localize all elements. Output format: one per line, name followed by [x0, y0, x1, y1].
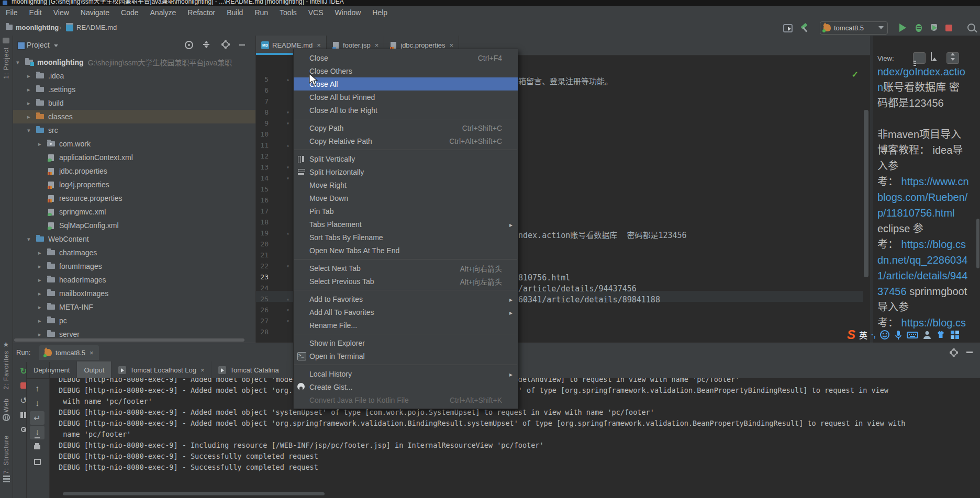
- menu-bar-item[interactable]: Edit: [24, 6, 48, 20]
- menu-item[interactable]: Close All: [294, 77, 518, 90]
- menu-item[interactable]: Open in Terminal: [294, 349, 518, 363]
- breadcrumb-project[interactable]: moonlighting: [16, 24, 59, 31]
- hyperlink[interactable]: dn.net/qq_2286034: [877, 254, 967, 266]
- tree-chevron-icon[interactable]: [38, 141, 47, 148]
- menu-item[interactable]: Close All but Pinned: [294, 90, 518, 104]
- ime-skin-icon[interactable]: [936, 330, 946, 339]
- sogou-logo-icon[interactable]: S: [847, 328, 855, 342]
- tree-item[interactable]: src: [13, 123, 255, 137]
- tree-horizontal-scrollbar[interactable]: [14, 338, 244, 342]
- tree-chevron-icon[interactable]: [38, 304, 47, 311]
- menu-item[interactable]: Split Vertically: [294, 152, 518, 165]
- tree-chevron-icon[interactable]: [27, 114, 36, 120]
- auto-scroll-preview-icon[interactable]: [946, 52, 959, 64]
- close-tab-icon[interactable]: ×: [375, 41, 379, 49]
- up-stack-icon[interactable]: ↑: [30, 382, 44, 395]
- tree-item[interactable]: springmvc.xml: [13, 205, 255, 219]
- tree-item[interactable]: mailboxImages: [13, 287, 255, 300]
- tree-item[interactable]: build: [13, 96, 255, 110]
- stripe-item[interactable]: 2: Favorites: [3, 342, 10, 391]
- tree-chevron-icon[interactable]: [38, 290, 47, 297]
- hyperlink[interactable]: 37456: [877, 286, 907, 297]
- ime-profile-icon[interactable]: [922, 330, 932, 340]
- menu-bar-item[interactable]: Analyze: [144, 6, 182, 20]
- menu-bar-item[interactable]: Run: [249, 6, 274, 20]
- menu-bar-item[interactable]: View: [48, 6, 75, 20]
- hyperlink[interactable]: blogs.com/Rueben/: [877, 191, 967, 203]
- run-config-select[interactable]: tomcat8.5: [820, 21, 888, 35]
- breadcrumb-file[interactable]: README.md: [76, 24, 117, 31]
- menu-bar-item[interactable]: Help: [366, 6, 393, 20]
- menu-item[interactable]: Rename File...: [294, 319, 518, 332]
- tree-item[interactable]: SqlMapConfig.xml: [13, 219, 255, 232]
- editor-and-preview-icon[interactable]: [913, 52, 926, 64]
- menu-item[interactable]: Close Others: [294, 64, 518, 77]
- menu-item[interactable]: Split Horizontally: [294, 165, 518, 178]
- stripe-item-project[interactable]: 1: Project: [3, 47, 10, 79]
- stop-button[interactable]: [945, 25, 952, 31]
- hyperlink[interactable]: https://www.cn: [901, 176, 969, 187]
- menu-item[interactable]: Open New Tabs At The End: [294, 244, 518, 257]
- menu-item[interactable]: Show in Explorer: [294, 336, 518, 349]
- stripe-item[interactable]: 7: Structure: [3, 434, 10, 482]
- collapse-all-icon[interactable]: [203, 41, 210, 48]
- gear-icon[interactable]: [222, 41, 229, 48]
- tree-item[interactable]: com.work: [13, 137, 255, 151]
- coverage-button[interactable]: [931, 24, 937, 31]
- inspections-ok-icon[interactable]: ✓: [852, 70, 859, 80]
- editor-vertical-scrollbar[interactable]: [864, 110, 868, 277]
- tree-chevron-icon[interactable]: [38, 250, 47, 256]
- tree-chevron-icon[interactable]: [38, 331, 47, 338]
- tree-item[interactable]: chatImages: [13, 246, 255, 259]
- ime-emoji-icon[interactable]: [879, 330, 890, 340]
- hyperlink[interactable]: n: [877, 82, 883, 93]
- ime-toolbox-icon[interactable]: [950, 330, 960, 339]
- tree-item[interactable]: log4j.properties: [13, 178, 255, 191]
- restore-layout-icon[interactable]: [783, 24, 793, 32]
- menu-item[interactable]: Sort Tabs By Filename: [294, 231, 518, 244]
- menu-bar-item[interactable]: File: [0, 6, 24, 20]
- tree-chevron-icon[interactable]: [38, 277, 47, 284]
- menu-bar-item[interactable]: VCS: [303, 6, 329, 20]
- close-session-icon[interactable]: ×: [90, 349, 94, 357]
- tree-item[interactable]: WebContent: [13, 232, 255, 246]
- menu-bar-item[interactable]: Refactor: [182, 6, 221, 20]
- clear-console-icon[interactable]: [30, 455, 44, 469]
- menu-item[interactable]: Move Down: [294, 191, 518, 205]
- tree-chevron-icon[interactable]: [27, 127, 36, 134]
- tree-item[interactable]: applicationContext.xml: [13, 151, 255, 164]
- menu-bar-item[interactable]: Window: [329, 6, 367, 20]
- menu-bar-item[interactable]: Tools: [274, 6, 303, 20]
- menu-bar-item[interactable]: Code: [115, 6, 144, 20]
- menu-item[interactable]: Pin Tab: [294, 205, 518, 218]
- hide-panel-icon[interactable]: [966, 352, 973, 353]
- menu-item[interactable]: [294, 150, 517, 150]
- menu-item[interactable]: Add All To Favorites: [294, 305, 518, 319]
- print-icon[interactable]: [30, 440, 44, 454]
- stripe-item[interactable]: Web: [3, 397, 10, 421]
- editor-only-icon[interactable]: [898, 52, 910, 63]
- menu-bar-item[interactable]: Navigate: [75, 6, 115, 20]
- menu-item[interactable]: Create Gist...: [294, 380, 518, 393]
- run-session-tab[interactable]: tomcat8.5 ×: [39, 345, 99, 360]
- menu-item[interactable]: [294, 365, 517, 365]
- tree-item[interactable]: classes: [13, 110, 255, 123]
- close-tab-icon[interactable]: ×: [317, 41, 321, 49]
- soft-wrap-icon[interactable]: ↵: [30, 411, 44, 425]
- tree-item[interactable]: headerImages: [13, 273, 255, 287]
- hyperlink[interactable]: 1/article/details/944: [877, 270, 967, 281]
- menu-item[interactable]: [294, 334, 517, 334]
- tree-item[interactable]: .idea: [13, 69, 255, 83]
- tree-item[interactable]: .settings: [13, 83, 255, 96]
- menu-item[interactable]: Close Ctrl+F4: [294, 51, 518, 64]
- tree-item[interactable]: jdbc.properties: [13, 164, 255, 178]
- tree-chevron-icon[interactable]: [38, 263, 47, 270]
- ime-mic-icon[interactable]: [894, 330, 903, 340]
- preview-scrollbar[interactable]: [976, 219, 979, 268]
- tree-item[interactable]: META-INF: [13, 300, 255, 314]
- tree-chevron-icon[interactable]: [38, 318, 47, 324]
- tree-chevron-icon[interactable]: [27, 86, 36, 93]
- ime-language-toggle[interactable]: 英: [859, 329, 867, 341]
- menu-item[interactable]: Copy Path Ctrl+Shift+C: [294, 121, 518, 134]
- tree-item[interactable]: resource.properties: [13, 191, 255, 205]
